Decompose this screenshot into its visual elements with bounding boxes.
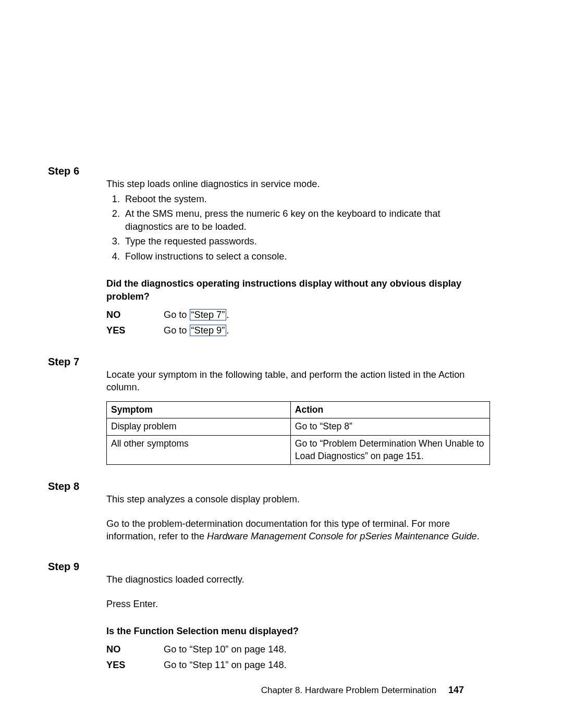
yes-value: Go to “Step 11” on page 148. [164, 659, 490, 672]
no-value: Go to “Step 10” on page 148. [164, 643, 490, 656]
step-9-body: The diagnostics loaded correctly. Press … [106, 561, 490, 675]
no-value: Go to “Step 7”. [164, 309, 490, 322]
step-9-question: Is the Function Selection menu displayed… [106, 625, 490, 638]
yes-label: YES [106, 324, 164, 337]
step-9-heading: Step 9 [48, 561, 106, 675]
step-6-body: This step loads online diagnostics in se… [106, 165, 490, 340]
list-item: 1.Reboot the system. [106, 193, 490, 206]
no-label: NO [106, 643, 164, 656]
step-9-p2: Press Enter. [106, 598, 490, 611]
cell-symptom: All other symptoms [107, 436, 291, 465]
step-8-p1: This step analyzes a console display pro… [106, 493, 490, 506]
yes-label: YES [106, 659, 164, 672]
step-6-list: 1.Reboot the system. 2.At the SMS menu, … [106, 193, 490, 263]
step-8: Step 8 This step analyzes a console disp… [48, 480, 490, 545]
step-9-no-row: NO Go to “Step 10” on page 148. [106, 643, 490, 656]
no-label: NO [106, 309, 164, 322]
step-6-intro: This step loads online diagnostics in se… [106, 178, 490, 191]
step-9-p1: The diagnostics loaded correctly. [106, 573, 490, 586]
list-item: 4.Follow instructions to select a consol… [106, 250, 490, 263]
cell-action: Go to “Step 8” [290, 418, 489, 436]
book-title: Hardware Management Console for pSeries … [207, 531, 477, 541]
page-number: 147 [448, 685, 464, 695]
step-8-body: This step analyzes a console display pro… [106, 480, 490, 545]
th-action: Action [290, 401, 489, 418]
page-footer: Chapter 8. Hardware Problem Determinatio… [0, 685, 563, 696]
step-9: Step 9 The diagnostics loaded correctly.… [48, 561, 490, 675]
th-symptom: Symptom [107, 401, 291, 418]
step-7: Step 7 Locate your symptom in the follow… [48, 356, 490, 465]
yes-value: Go to “Step 9”. [164, 324, 490, 337]
step-7-intro: Locate your symptom in the following tab… [106, 368, 490, 394]
symptom-table: Symptom Action Display problem Go to “St… [106, 401, 490, 465]
step-6-no-row: NO Go to “Step 7”. [106, 309, 490, 322]
step-6-heading: Step 6 [48, 165, 106, 340]
step-6: Step 6 This step loads online diagnostic… [48, 165, 490, 340]
table-row: Display problem Go to “Step 8” [107, 418, 490, 436]
step-6-yes-row: YES Go to “Step 9”. [106, 324, 490, 337]
table-row: All other symptoms Go to “Problem Determ… [107, 436, 490, 465]
link-step7[interactable]: “Step 7” [190, 309, 227, 320]
table-header-row: Symptom Action [107, 401, 490, 418]
chapter-label: Chapter 8. Hardware Problem Determinatio… [261, 685, 436, 695]
step-7-heading: Step 7 [48, 356, 106, 465]
cell-action: Go to “Problem Determination When Unable… [290, 436, 489, 465]
list-item: 3.Type the requested passwords. [106, 235, 490, 248]
list-item: 2.At the SMS menu, press the numeric 6 k… [106, 207, 490, 233]
step-6-question: Did the diagnostics operating instructio… [106, 277, 490, 303]
step-8-heading: Step 8 [48, 480, 106, 545]
step-7-body: Locate your symptom in the following tab… [106, 356, 490, 465]
step-9-yes-row: YES Go to “Step 11” on page 148. [106, 659, 490, 672]
cell-symptom: Display problem [107, 418, 291, 436]
link-step9[interactable]: “Step 9” [190, 325, 227, 336]
step-8-p2: Go to the problem-determination document… [106, 517, 490, 543]
